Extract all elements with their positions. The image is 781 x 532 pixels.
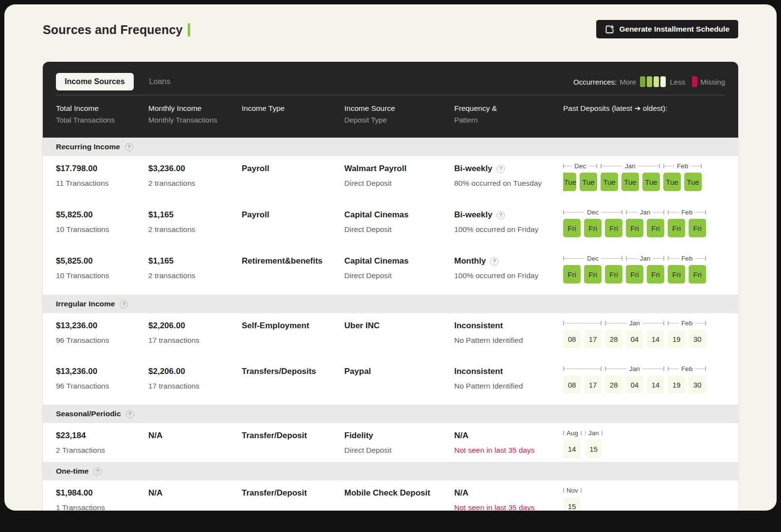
bracket-line (695, 212, 705, 213)
income-row: $23,1842 TransactionsN/ATransfer/Deposit… (43, 423, 738, 462)
income-row: $13,236.0096 Transactions$2,206.0017 tra… (43, 313, 738, 359)
total-income-value: $13,236.00 (56, 367, 148, 376)
month-bracket: Feb (663, 162, 702, 170)
bracket-tick (663, 367, 664, 371)
section-header: Irregular Income? (43, 295, 738, 313)
help-icon[interactable]: ? (93, 467, 102, 476)
deposit-cell: Fri (584, 265, 602, 284)
bracket-line (564, 166, 572, 167)
legend-label: Occurrences: (573, 78, 617, 86)
deposit-cells: 15 (585, 440, 603, 458)
month-bracket: Aug (563, 429, 582, 437)
income-row: $17.798.0011 Transactions$3,236.002 tran… (43, 156, 738, 202)
col-past-deposits: Past Deposits (latest ➔ oldest): (563, 104, 725, 124)
help-icon[interactable]: ? (120, 300, 128, 308)
income-type-value: Payroll (242, 210, 344, 220)
col-monthly-income: Monthly IncomeMonthly Transactions (148, 104, 242, 124)
frequency-cell: Bi-weekly?100% occurred on Friday (454, 210, 563, 248)
total-income-sub: 10 Transactions (56, 225, 148, 234)
bracket-line (669, 212, 679, 213)
deposit-cells: FriFriFri (563, 265, 622, 284)
timeline-month-group: Jan280414 (605, 365, 664, 394)
timeline-month-group: DecFriFriFri (563, 209, 622, 237)
deposit-cell: Fri (605, 219, 622, 237)
income-source-sub: Direct Deposit (344, 179, 454, 188)
past-deposits-timeline: 0817Jan280414Feb1930 (563, 319, 725, 348)
past-deposits-timeline: Aug14Jan15 (563, 429, 725, 458)
section-header: Recurring Income? (43, 138, 738, 156)
bracket-line (564, 323, 601, 324)
pattern-text: Not seen in last 35 days (454, 446, 563, 455)
total-income-sub: 10 Transactions (56, 271, 148, 280)
month-bracket (563, 365, 602, 372)
tab-income-sources[interactable]: Income Sources (56, 73, 134, 90)
bracket-line (606, 323, 627, 324)
past-deposits-timeline: DecTueTueJanTueTueTueFebTueTue (563, 162, 725, 191)
frequency-cell: N/ANot seen in last 35 days (454, 431, 563, 462)
month-label: Feb (679, 255, 695, 262)
deposit-cells: 1930 (668, 375, 706, 394)
page-header: Sources and Frequency Generate Installme… (43, 19, 738, 51)
bracket-tick (705, 256, 706, 261)
deposit-cell: Tue (580, 173, 597, 191)
bracket-line (653, 212, 663, 213)
income-row: $13,236.0096 Transactions$2,206.0017 tra… (43, 359, 738, 405)
monthly-income-value: N/A (148, 488, 242, 498)
past-deposits-timeline: DecFriFriFriJanFriFriFebFriFri (563, 255, 725, 284)
deposit-cell: 15 (585, 440, 603, 458)
income-source: FidelityDirect Deposit (344, 431, 454, 462)
bracket-line (627, 258, 638, 259)
help-icon[interactable]: ? (126, 410, 134, 418)
help-icon[interactable]: ? (490, 257, 498, 266)
income-source: Capital CinemasDirect Deposit (344, 256, 454, 295)
deposit-cell: 30 (689, 375, 706, 394)
generate-installment-schedule-button[interactable]: Generate Installment Schedule (596, 20, 738, 38)
month-bracket: Nov (563, 487, 582, 494)
income-table-body: Recurring Income?$17.798.0011 Transactio… (43, 138, 738, 511)
deposit-cell: Tue (642, 173, 660, 191)
month-bracket: Jan (601, 162, 660, 170)
total-income: $5,825.0010 Transactions (56, 256, 148, 295)
help-icon[interactable]: ? (125, 143, 133, 151)
bracket-line (602, 166, 622, 167)
pattern-text: Not seen in last 35 days (454, 503, 563, 511)
legend-scale-swatch (640, 76, 645, 87)
col-income-type: Income Type (242, 104, 344, 124)
deposit-cell: Fri (689, 219, 706, 237)
month-label: Feb (679, 365, 695, 372)
deposit-cell: Tue (601, 173, 618, 191)
month-label: Jan (638, 255, 653, 262)
month-bracket (563, 319, 602, 327)
bracket-line (642, 323, 663, 324)
income-source: Paypal (344, 367, 454, 405)
past-deposits-timeline: DecFriFriFriJanFriFriFebFriFri (563, 209, 725, 237)
month-bracket: Jan (605, 365, 664, 372)
month-bracket: Dec (563, 162, 597, 170)
month-label: Dec (572, 162, 588, 170)
timeline-cell: DecFriFriFriJanFriFriFebFriFri (563, 256, 725, 295)
deposit-cell: Fri (647, 219, 664, 237)
total-income-sub: 96 Transactions (56, 382, 148, 390)
frequency-value: Inconsistent (454, 367, 563, 376)
tab-loans[interactable]: Loans (141, 73, 179, 90)
window-frame: Sources and Frequency Generate Installme… (0, 0, 781, 532)
help-icon[interactable]: ? (497, 211, 505, 219)
timeline-month-group: FebFriFri (668, 255, 706, 284)
bracket-line (691, 166, 701, 167)
bracket-tick (581, 488, 582, 493)
total-income: $5,825.0010 Transactions (56, 210, 148, 248)
monthly-income-sub: 2 transactions (148, 271, 242, 280)
deposit-cell: Fri (668, 265, 685, 284)
col-income-source: Income SourceDeposit Type (344, 104, 454, 124)
total-income-sub: 11 Transactions (56, 179, 148, 188)
income-type-value: Retirement&benefits (242, 256, 344, 266)
timeline-month-group: JanTueTueTue (601, 162, 660, 191)
deposit-cell: Fri (563, 265, 581, 284)
monthly-income-value: $1,165 (148, 256, 242, 266)
total-income: $1,984.001 Transactions (56, 488, 148, 511)
deposit-cells: TueTue (663, 173, 702, 191)
month-label: Jan (627, 319, 642, 327)
help-icon[interactable]: ? (497, 165, 505, 173)
total-income-value: $23,184 (56, 431, 148, 441)
occurrences-legend: Occurrences: More Less Missing (573, 76, 725, 87)
